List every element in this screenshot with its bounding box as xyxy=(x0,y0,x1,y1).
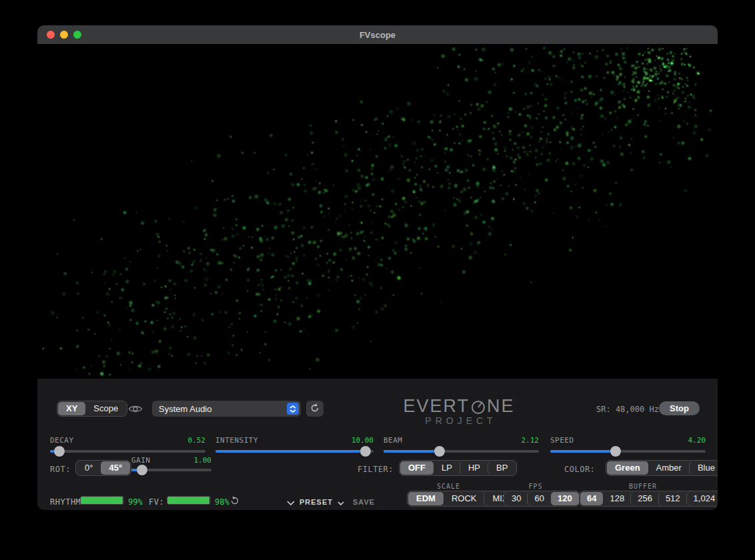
gain-thumb[interactable] xyxy=(137,465,147,475)
refresh-inputs-button[interactable] xyxy=(306,401,323,417)
gain-label: GAIN xyxy=(131,456,151,465)
buffer-group-label: BUFFER xyxy=(579,483,707,490)
fps-toggle-option-60[interactable]: 60 xyxy=(528,492,550,505)
gain-slider: GAIN 1.00 xyxy=(131,456,211,471)
brand-logo: EVERT NE PROJECT xyxy=(406,397,512,425)
speed-slider: SPEED 4.20 xyxy=(550,436,706,453)
fps-toggle: 3060120 xyxy=(504,491,580,507)
logo-prefix: EVERT xyxy=(403,397,470,415)
buffer-toggle-option-64[interactable]: 64 xyxy=(580,492,603,505)
scale-toggle: EDMROCKMIX xyxy=(407,491,518,507)
rotation-toggle-option-0-[interactable]: 0° xyxy=(77,461,101,475)
fv-meter xyxy=(167,496,211,505)
logo-subtitle: PROJECT xyxy=(421,416,496,425)
stop-button[interactable]: Stop xyxy=(659,401,700,415)
rhythm-meter xyxy=(80,496,124,505)
chevron-down-icon[interactable] xyxy=(337,496,344,508)
decay-value: 0.52 xyxy=(188,436,206,445)
preset-menu[interactable]: PRESET xyxy=(299,498,333,506)
rotation-label: ROT: xyxy=(50,465,71,474)
fps-toggle-option-30[interactable]: 30 xyxy=(505,492,528,505)
intensity-label: INTENSITY xyxy=(215,436,258,445)
save-preset-button[interactable]: SAVE xyxy=(353,498,375,506)
buffer-toggle-option-1-024[interactable]: 1,024 xyxy=(687,492,718,505)
rhythm-percent: 99% xyxy=(128,497,143,507)
scope-display xyxy=(37,44,718,379)
scope-canvas xyxy=(37,44,718,379)
fv-label: FV: xyxy=(149,497,164,507)
intensity-slider: INTENSITY 10.00 xyxy=(215,436,373,453)
preset-controls: PRESET SAVE xyxy=(287,496,375,508)
color-label: COLOR: xyxy=(564,465,595,474)
audio-input-select[interactable]: System Audio xyxy=(152,401,301,417)
beam-track[interactable] xyxy=(384,450,539,453)
fv-percent: 98% xyxy=(215,497,229,507)
decay-label: DECAY xyxy=(50,436,74,445)
filter-toggle-option-bp[interactable]: BP xyxy=(488,461,516,475)
speed-thumb[interactable] xyxy=(610,446,621,457)
rotation-toggle-option-45-[interactable]: 45° xyxy=(101,461,130,475)
beam-value: 2.12 xyxy=(522,436,540,445)
mode-toggle-option-xy[interactable]: XY xyxy=(58,402,85,415)
sample-rate-label: SR: 48,000 Hz xyxy=(596,405,659,414)
reset-meters-icon[interactable] xyxy=(230,496,239,508)
rotation-toggle: 0°45° xyxy=(75,460,131,476)
buffer-toggle-option-128[interactable]: 128 xyxy=(603,492,631,505)
title-bar: FVscope xyxy=(37,25,718,44)
fps-toggle-option-120[interactable]: 120 xyxy=(551,492,579,505)
filter-toggle: OFFLPHPBP xyxy=(399,460,517,476)
decay-slider: DECAY 0.52 xyxy=(50,436,205,453)
fps-group-label: FPS xyxy=(504,483,568,490)
audio-input-value: System Audio xyxy=(159,404,287,414)
buffer-toggle-option-256[interactable]: 256 xyxy=(631,492,659,505)
speed-track[interactable] xyxy=(550,450,706,453)
logo-suffix: NE xyxy=(487,397,515,415)
beam-thumb[interactable] xyxy=(434,446,445,457)
app-window: FVscope XYScope System Audio xyxy=(37,25,718,510)
gain-value: 1.00 xyxy=(194,456,212,465)
refresh-icon xyxy=(310,403,319,415)
buffer-toggle-option-512[interactable]: 512 xyxy=(659,492,687,505)
chevron-up-down-icon xyxy=(287,403,299,415)
filter-toggle-option-hp[interactable]: HP xyxy=(460,461,488,475)
minimize-button[interactable] xyxy=(60,31,68,39)
scale-group-label: SCALE xyxy=(407,483,490,490)
color-toggle: GreenAmberBlue xyxy=(606,460,718,476)
buffer-toggle: 641282565121,024 xyxy=(579,491,718,507)
eye-icon[interactable] xyxy=(128,404,143,417)
speed-value: 4.20 xyxy=(688,436,706,445)
close-button[interactable] xyxy=(47,31,55,39)
chevron-down-icon[interactable] xyxy=(287,496,295,508)
intensity-value: 10.00 xyxy=(351,436,373,445)
mode-toggle: XYScope xyxy=(57,401,127,417)
beam-label: BEAM xyxy=(384,436,403,445)
logo-o-icon xyxy=(470,399,486,415)
intensity-track[interactable] xyxy=(215,450,373,453)
beam-slider: BEAM 2.12 xyxy=(384,436,539,453)
color-toggle-option-blue[interactable]: Blue xyxy=(690,461,718,475)
control-panel: XYScope System Audio E xyxy=(37,379,718,510)
filter-toggle-option-off[interactable]: OFF xyxy=(400,461,434,475)
filter-toggle-option-lp[interactable]: LP xyxy=(434,461,460,475)
window-title: FVscope xyxy=(37,30,718,40)
gain-track[interactable] xyxy=(131,469,211,471)
speed-label: SPEED xyxy=(550,436,574,445)
zoom-button[interactable] xyxy=(73,31,81,39)
scale-toggle-option-edm[interactable]: EDM xyxy=(408,492,444,505)
traffic-lights xyxy=(47,31,81,39)
filter-label: FILTER: xyxy=(357,465,394,474)
color-toggle-option-green[interactable]: Green xyxy=(607,461,648,475)
color-toggle-option-amber[interactable]: Amber xyxy=(648,461,690,475)
intensity-thumb[interactable] xyxy=(360,446,371,457)
decay-thumb[interactable] xyxy=(54,446,65,457)
mode-toggle-option-scope[interactable]: Scope xyxy=(85,402,126,415)
scale-toggle-option-rock[interactable]: ROCK xyxy=(444,492,485,505)
decay-track[interactable] xyxy=(50,450,205,453)
